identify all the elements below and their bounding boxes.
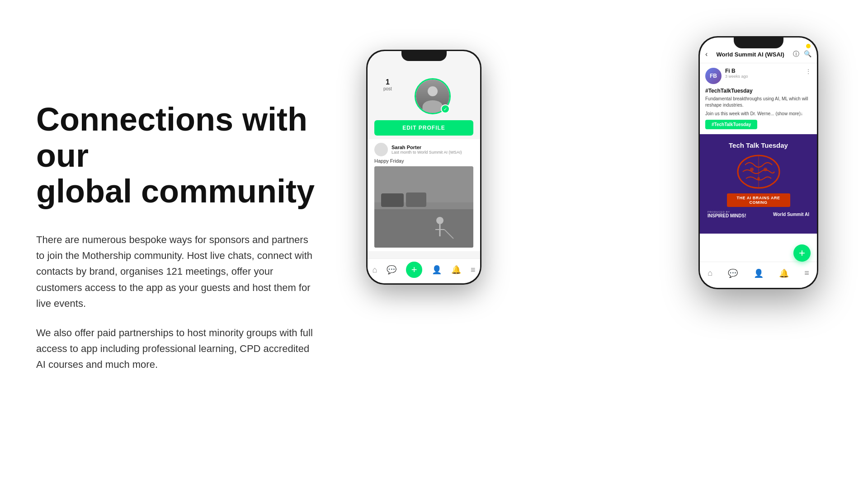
post-join-text: Join us this week with Dr. Werne... (sho… bbox=[705, 111, 811, 116]
feed-item: Sarah Porter Last month to World Summit … bbox=[368, 139, 480, 251]
heading-line2: global community bbox=[36, 173, 315, 209]
search-icon[interactable]: 🔍 bbox=[804, 50, 811, 58]
svg-point-12 bbox=[764, 168, 767, 171]
nav-home-icon[interactable]: ⌂ bbox=[372, 265, 377, 275]
tech-talk-logos: PRODUCED BY INSPIRED MINDS! World Summit… bbox=[705, 211, 811, 218]
front-nav-home[interactable]: ⌂ bbox=[708, 268, 712, 278]
phone-front: ‹ World Summit AI (WSAI) ⓘ 🔍 FB Fi B bbox=[698, 36, 818, 289]
front-nav-bell[interactable]: 🔔 bbox=[779, 268, 789, 278]
nav-chat-icon[interactable]: 💬 bbox=[387, 265, 396, 275]
post-time: 3 weeks ago bbox=[725, 74, 802, 79]
front-nav-chat[interactable]: 💬 bbox=[728, 268, 738, 278]
ai-brains-button[interactable]: THE AI BRAINS ARE COMING bbox=[727, 193, 790, 207]
verified-badge: ✓ bbox=[441, 104, 450, 113]
phone-front-notch bbox=[734, 38, 783, 48]
svg-rect-3 bbox=[381, 193, 404, 207]
heading-line1: Connections with our bbox=[36, 101, 307, 173]
edit-profile-button[interactable]: EDIT PROFILE bbox=[374, 120, 473, 136]
world-summit-logo-text: World Summit AI bbox=[773, 212, 809, 217]
front-nav-menu[interactable]: ≡ bbox=[804, 268, 809, 278]
feed-username: Sarah Porter bbox=[392, 145, 462, 150]
post-stat: 1 post bbox=[383, 78, 392, 91]
brain-svg bbox=[736, 154, 781, 190]
chat-post: FB Fi B 3 weeks ago ⋮ #TechTalkTuesday F… bbox=[700, 63, 817, 134]
left-content: Connections with our global community Th… bbox=[36, 102, 344, 386]
post-text: Fundamental breakthroughs using AI, ML w… bbox=[705, 96, 811, 108]
feed-user-info: Sarah Porter Last month to World Summit … bbox=[392, 145, 462, 155]
svg-rect-4 bbox=[406, 192, 426, 207]
profile-stats-row: 1 post ✓ bbox=[368, 65, 480, 117]
back-icon[interactable]: ‹ bbox=[705, 50, 708, 58]
nav-profile-icon[interactable]: 👤 bbox=[432, 265, 442, 275]
tech-talk-title: Tech Talk Tuesday bbox=[705, 141, 811, 149]
front-nav-profile[interactable]: 👤 bbox=[754, 268, 764, 278]
paragraph-1: There are numerous bespoke ways for spon… bbox=[36, 232, 316, 311]
chat-icons: ⓘ 🔍 bbox=[793, 50, 811, 58]
phone-back: 1 post ✓ EDIT PROFILE bbox=[366, 50, 481, 285]
paragraph-2: We also offer paid partnerships to host … bbox=[36, 325, 316, 373]
feed-avatar bbox=[374, 143, 388, 156]
post-hashtag: #TechTalkTuesday bbox=[705, 88, 811, 94]
phone-back-notch bbox=[401, 51, 447, 61]
fab-button[interactable]: + bbox=[406, 262, 422, 278]
phone-back-inner: 1 post ✓ EDIT PROFILE bbox=[368, 51, 480, 283]
feed-caption: Happy Friday bbox=[374, 158, 473, 164]
chat-title: World Summit AI (WSAI) bbox=[711, 51, 789, 58]
svg-point-5 bbox=[436, 217, 443, 224]
phone-front-bottom-nav: ⌂ 💬 👤 🔔 ≡ bbox=[700, 262, 817, 288]
post-user-info: Fi B 3 weeks ago bbox=[725, 68, 802, 79]
svg-point-13 bbox=[757, 177, 760, 180]
feed-user-row: Sarah Porter Last month to World Summit … bbox=[374, 143, 473, 156]
profile-avatar-container: ✓ bbox=[415, 78, 451, 114]
feed-street-scene bbox=[374, 166, 473, 248]
brain-graphic-container bbox=[705, 154, 811, 190]
nav-menu-icon[interactable]: ≡ bbox=[471, 265, 476, 275]
page-container: Connections with our global community Th… bbox=[0, 0, 868, 488]
main-heading: Connections with our global community bbox=[36, 102, 316, 209]
stat-number: 1 bbox=[383, 78, 392, 86]
nav-bell-icon[interactable]: 🔔 bbox=[451, 265, 461, 275]
post-user-row: FB Fi B 3 weeks ago ⋮ bbox=[705, 68, 811, 84]
phone-back-bottom-nav: ⌂ 💬 + 👤 🔔 ≡ bbox=[368, 258, 480, 283]
front-fab-button[interactable]: + bbox=[793, 244, 811, 262]
info-icon[interactable]: ⓘ bbox=[793, 50, 799, 58]
post-username: Fi B bbox=[725, 68, 802, 74]
tech-talk-card: Tech Talk Tuesday bbox=[700, 134, 817, 234]
stat-label: post bbox=[383, 86, 392, 91]
phone-front-inner: ‹ World Summit AI (WSAI) ⓘ 🔍 FB Fi B bbox=[700, 38, 817, 288]
svg-point-11 bbox=[750, 168, 754, 171]
post-menu-icon[interactable]: ⋮ bbox=[805, 68, 811, 75]
post-tag-button[interactable]: #TechTalkTuesday bbox=[705, 120, 757, 129]
feed-subtitle: Last month to World Summit AI (WSAI) bbox=[392, 150, 462, 155]
feed-image bbox=[374, 166, 473, 248]
inspired-minds-logo: PRODUCED BY INSPIRED MINDS! bbox=[708, 211, 746, 218]
inspired-minds-text: INSPIRED MINDS! bbox=[708, 213, 746, 218]
yellow-dot bbox=[806, 44, 811, 48]
profile-screen: 1 post ✓ EDIT PROFILE bbox=[368, 51, 480, 283]
post-avatar: FB bbox=[705, 68, 722, 84]
phones-container: 1 post ✓ EDIT PROFILE bbox=[344, 27, 832, 461]
